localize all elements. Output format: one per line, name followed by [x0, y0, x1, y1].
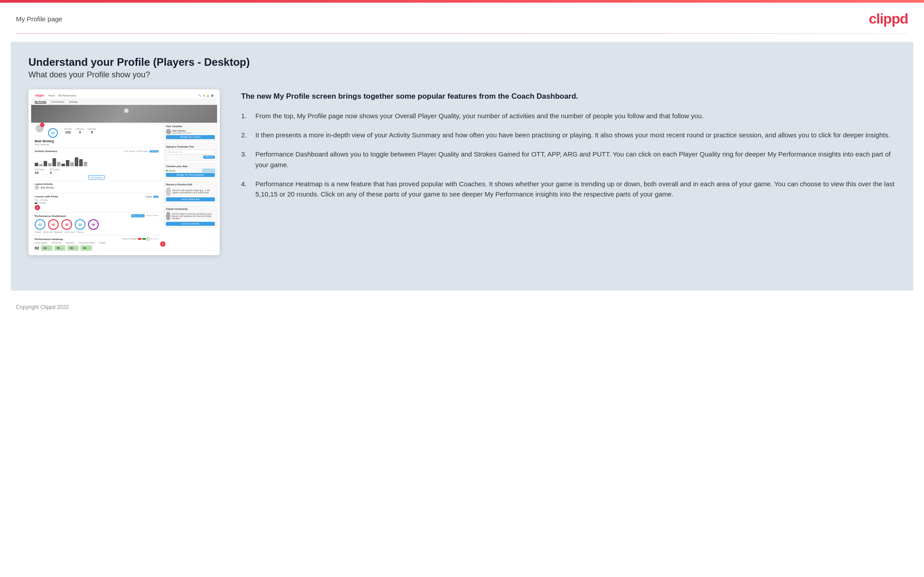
mockup-right-panel: Your Coaches Dan Davies Barnstaple Golf …	[164, 123, 217, 252]
mockup-bar-1	[35, 163, 38, 166]
mockup-heatmap-h4: Around the Green	[79, 242, 95, 244]
mockup-heatmap-section: Performance Heatmap 5 Round Change: 5 10…	[31, 235, 162, 252]
mockup-latest-text: Blair McHarg	[41, 186, 54, 189]
mockup-label-ott: Off the Tee	[43, 231, 52, 233]
logo: clippd	[869, 11, 908, 27]
mockup-stat-activities: Activities 131	[64, 128, 72, 138]
mockup-cell-2-arrow: ↓↓	[61, 247, 63, 249]
mockup-community-text: Visit the Clippd Community and discover …	[172, 213, 215, 220]
mockup-nav-performance: My Performance	[58, 94, 76, 97]
mockup-trackman-panel: Upload a Trackman Test Trackman Link Add…	[164, 143, 217, 161]
mockup-heatmap-h2: Off the Tee	[52, 242, 61, 244]
mockup-round-5: 5	[147, 237, 149, 240]
mockup-bar-7	[61, 164, 65, 166]
mockup-record-avatar	[166, 187, 171, 196]
mockup-bar-chart	[35, 154, 158, 167]
mockup-activity-controls: ● On Course ● Off Course 6 Months	[124, 150, 158, 152]
top-header: My Profile page clippd	[0, 3, 924, 33]
mockup-quality-circle: 92	[48, 128, 58, 138]
mockup-trackman-btn-wrap: Add Link	[166, 156, 215, 159]
mockup-nav-items: Home My Performance	[48, 94, 77, 97]
mockup-perf-rings: 92 90 85 86 96	[35, 219, 158, 230]
mockup-cell-4-val: 96	[83, 247, 86, 249]
mockup-heatmap-h1: Player Quality	[35, 242, 47, 244]
mockup-nav-icons: 🔍 ⚙ 🔔 👤	[198, 94, 214, 97]
mockup-perf-dash-title: Performance Dashboard	[35, 215, 66, 217]
mockup-heatmap-cell-4: 96 ↓↓	[81, 245, 92, 251]
mockup-manage-integrations-btn[interactable]: Manage Your Data Integrations	[166, 173, 215, 177]
mockup-lesson-media: 📷 1 image	[35, 201, 158, 204]
mockup-coach-club: Barnstaple Golf Club	[173, 132, 191, 134]
mockup-stat-followers: Followers 3	[76, 128, 84, 138]
list-item-3-text: Performance Dashboard allows you to togg…	[255, 149, 896, 170]
mockup-activity-section: Activity Summary ● On Course ● Off Cours…	[31, 148, 162, 180]
mockup-disconnect-btn[interactable]: Disconnect	[202, 169, 215, 172]
mockup-cell-1-val: 90	[44, 247, 47, 249]
mockup-latest-avatar	[35, 185, 39, 190]
mockup-record-text: Record a drill using the Clippd app... i…	[172, 189, 215, 194]
content-grid: clippd Home My Performance 🔍 ⚙ 🔔 👤 My Pr…	[28, 89, 896, 255]
list-item-4: Performance Heatmap is a new feature tha…	[241, 179, 896, 200]
mockup-lesson-header: Lesson with Fonty Lesson Drill	[35, 195, 158, 198]
bell-icon: 🔔	[206, 94, 209, 97]
mockup-manage-coaches-btn[interactable]: Manage Your Coaches	[166, 135, 215, 139]
mockup-following-value: 5	[88, 130, 96, 134]
mockup-activities-value: 131	[64, 130, 72, 134]
mockup-lesson-badge-1: Lesson	[145, 196, 153, 198]
mockup-badge-2: 2	[35, 205, 40, 210]
mockup-label-putt: Putting	[77, 231, 83, 233]
header-divider	[16, 33, 908, 34]
mockup-coach-info: Dan Davies Barnstaple Golf Club	[173, 129, 191, 134]
mockup-latest-item-1: Blair McHarg	[35, 185, 158, 190]
mockup-perf-dashboard: Performance Dashboard Player Quality Str…	[31, 212, 162, 235]
mockup-nav-home: Home	[48, 94, 55, 97]
mockup-bar-10	[75, 157, 78, 166]
mockup-launch-community-btn[interactable]: Launch Community	[166, 222, 215, 226]
mockup-num4-badge: 4	[160, 241, 165, 247]
mockup-handicap-label: Plus Handicap	[35, 143, 158, 146]
mockup-profile-header: 1 92 Activities 131 Followers 3	[31, 123, 162, 140]
section-title: Understand your Profile (Players - Deskt…	[28, 56, 896, 68]
mockup-community-row: Visit the Clippd Community and discover …	[166, 212, 215, 220]
mockup-trackman-title: Upload a Trackman Test	[166, 145, 215, 148]
mockup-heatmap-cell-1: 90 ↓↓	[41, 245, 52, 251]
mockup-bar-6	[57, 162, 61, 166]
mockup-coaches-title: Your Coaches	[166, 125, 215, 128]
mockup-all-activities-btn[interactable]: All Activities	[35, 176, 158, 179]
mockup-badge-2-wrap: 2	[35, 205, 158, 210]
mockup-bar-2	[39, 164, 43, 166]
mockup-record-row: Record a drill using the Clippd app... i…	[166, 187, 215, 196]
mockup-connect-panel: Connect your data Arccos Disconnect Mana…	[164, 163, 217, 179]
mockup-trackman-add-btn[interactable]: Add Link	[203, 156, 215, 159]
settings-icon: ⚙	[203, 94, 205, 97]
mockup-launch-capture-btn[interactable]: Launch Capture App	[166, 197, 215, 201]
mockup-stat-following: Following 5	[88, 128, 96, 138]
mockup-community-panel: Clippd Community Visit the Clippd Commun…	[164, 205, 217, 228]
mockup-ring-arg: 86	[75, 219, 85, 230]
mockup-left-col: 1 92 Activities 131 Followers 3	[31, 123, 162, 252]
mockup-trackman-input[interactable]: Trackman Link	[166, 149, 215, 155]
mockup-bar-12	[84, 162, 87, 166]
intro-bold-text: The new My Profile screen brings togethe…	[241, 91, 896, 102]
section-subtitle: What does your Profile show you?	[28, 70, 896, 80]
mockup-heatmap-red	[138, 238, 141, 240]
mockup-activity-row	[35, 154, 158, 167]
mockup-avatar-wrap: 1	[35, 124, 44, 138]
mockup-perf-labels: Overall Off the Tee Approach Arnd Green …	[35, 231, 158, 233]
mockup-heatmap-values: 92 90 ↓↓ 85 ↓↓ 86 ↓↓	[35, 245, 158, 251]
mockup-coach-avatar	[166, 129, 171, 134]
mockup-hero-bg	[31, 105, 217, 123]
mockup-round-15: 15	[153, 238, 155, 240]
mockup-heatmap-title: Performance Heatmap	[35, 238, 63, 240]
mockup-course-stats: On Course 24 Off Course 3	[35, 168, 158, 175]
mockup-perf-toggle: Player Quality Strokes Gained	[131, 214, 158, 217]
mockup-heatmap-cell-3: 86 ↓↓	[67, 245, 79, 251]
mockup-heatmap-cell-2: 85 ↓↓	[54, 245, 66, 251]
mockup-on-course-val: 24	[35, 171, 44, 175]
mockup-off-course-label: ● Off Course	[137, 150, 148, 152]
mockup-coaches-panel: Your Coaches Dan Davies Barnstaple Golf …	[164, 123, 217, 141]
mockup-cell-1-arrow: ↓↓	[48, 247, 50, 249]
mockup-cell-2-val: 85	[57, 247, 60, 249]
mockup-quality-wrap: 92	[48, 128, 61, 138]
mockup-ring-putt: 96	[88, 219, 99, 230]
